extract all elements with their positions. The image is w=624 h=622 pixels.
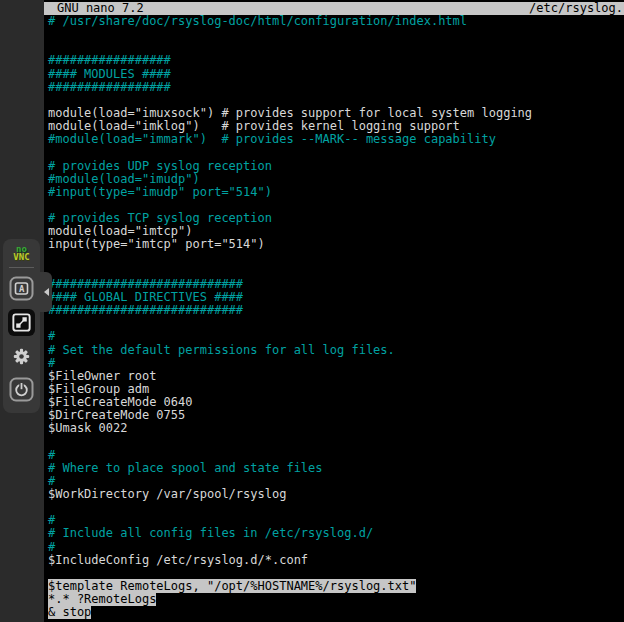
editor-line: $DirCreateMode 0755 xyxy=(48,409,624,422)
editor-line: input(type="imtcp" port="514") xyxy=(48,238,624,251)
editor-line: # /usr/share/doc/rsyslog-doc/html/config… xyxy=(48,15,624,28)
editor-line xyxy=(48,146,624,159)
editor-line: # xyxy=(48,449,624,462)
novnc-logo: no VNC xyxy=(13,245,29,261)
editor-line: $IncludeConfig /etc/rsyslog.d/*.conf xyxy=(48,554,624,567)
editor-line: # xyxy=(48,330,624,343)
editor-line: # xyxy=(48,541,624,554)
editor-line xyxy=(48,501,624,514)
editor-line: #module(load="immark") # provides --MARK… xyxy=(48,133,624,146)
vnc-control-bar: no VNC A xyxy=(3,239,40,413)
fullscreen-icon xyxy=(10,311,33,334)
editor-line: #input(type="imudp" port="514") xyxy=(48,186,624,199)
fullscreen-button[interactable] xyxy=(8,309,35,336)
editor-line xyxy=(48,317,624,330)
editor-line: $WorkDirectory /var/spool/rsyslog xyxy=(48,488,624,501)
selected-text: *.* ?RemoteLogs xyxy=(48,592,156,606)
toolbar-divider xyxy=(9,267,34,268)
disconnect-button[interactable] xyxy=(9,377,34,402)
editor-line: *.* ?RemoteLogs xyxy=(48,593,624,606)
page-background: { "window": { "titlebar": { "left": "GNU… xyxy=(0,0,624,622)
editor-line: # xyxy=(48,357,624,370)
editor-line: # Where to place spool and state files xyxy=(48,462,624,475)
novnc-logo-line2: VNC xyxy=(13,253,29,261)
extra-keys-button[interactable]: A xyxy=(9,276,34,301)
editor-line: $Umask 0022 xyxy=(48,422,624,435)
editor-line: # Include all config files in /etc/rsysl… xyxy=(48,527,624,540)
editor-line xyxy=(48,252,624,265)
editor-line: & stop xyxy=(48,606,624,619)
selected-text: $template RemoteLogs, "/opt/%HOSTNAME%/r… xyxy=(48,579,416,593)
gear-icon xyxy=(11,346,32,367)
toolbar-collapse-handle[interactable] xyxy=(40,272,52,312)
editor-line: #### MODULES #### xyxy=(48,68,624,81)
svg-text:A: A xyxy=(19,284,25,294)
editor-line: # provides UDP syslog reception xyxy=(48,160,624,173)
collapse-arrow-icon xyxy=(44,288,49,296)
editor-line xyxy=(48,28,624,41)
selected-text: & stop xyxy=(48,605,91,619)
vnc-terminal-canvas[interactable]: GNU nano 7.2 /etc/rsyslog. # /usr/share/… xyxy=(44,0,624,622)
editor-line: ########################### xyxy=(48,304,624,317)
a-key-icon: A xyxy=(9,276,34,301)
editor-line xyxy=(48,265,624,278)
power-icon xyxy=(9,377,34,402)
editor-line xyxy=(48,94,624,107)
editor-line: ################# xyxy=(48,54,624,67)
editor-line: # Set the default permissions for all lo… xyxy=(48,344,624,357)
editor-line: $FileOwner root xyxy=(48,370,624,383)
editor-line: ################# xyxy=(48,81,624,94)
nano-filename-label: /etc/rsyslog. xyxy=(529,2,624,15)
editor-lines: # /usr/share/doc/rsyslog-doc/html/config… xyxy=(48,15,624,622)
editor-line xyxy=(48,436,624,449)
editor-line: ########################### xyxy=(48,278,624,291)
settings-button[interactable] xyxy=(9,344,34,369)
editor-line: #module(load="imudp") xyxy=(48,173,624,186)
